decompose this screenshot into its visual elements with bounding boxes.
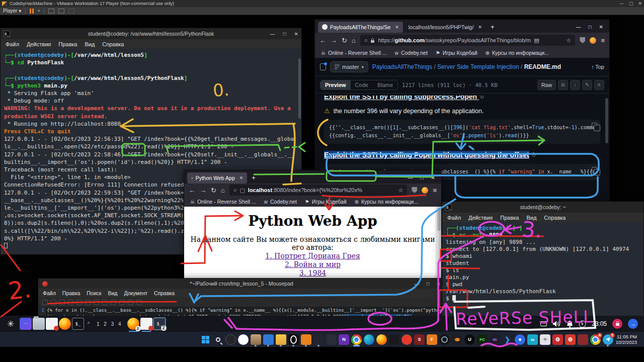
save-as-icon[interactable] — [68, 300, 73, 305]
task-firefox[interactable]: 2 — [127, 318, 139, 330]
taskbar-app-onenote[interactable]: N — [339, 334, 349, 345]
undo-icon[interactable] — [85, 300, 91, 305]
minimize-button[interactable]: — — [619, 1, 624, 6]
taskbar-app-camera[interactable] — [439, 334, 450, 345]
close-tab-icon[interactable]: ✕ — [239, 175, 244, 180]
taskbar-app-devops[interactable]: ∞ — [527, 334, 538, 345]
taskbar-app-gear-red-1[interactable]: ⚙ — [552, 334, 563, 345]
menu-item[interactable]: Действия — [468, 215, 493, 221]
new-tab-button[interactable]: + — [491, 23, 495, 31]
close-button[interactable]: ✕ — [638, 1, 642, 6]
taskbar-app-toolbox[interactable] — [578, 334, 588, 345]
home-button[interactable]: ⌂ — [221, 187, 225, 194]
taskbar-app-blender[interactable] — [452, 334, 462, 345]
terminal1-titlebar[interactable]: $_ student@codeby: /var/www/html/lesson5… — [1, 28, 301, 39]
workspace-switcher[interactable]: 1 2 3 4 — [97, 321, 123, 327]
menu-item[interactable]: Вид — [108, 290, 117, 296]
menu-item[interactable]: Файл — [447, 215, 461, 221]
book-link-dorian-gray[interactable]: 1. Портрет Дориана Грея — [184, 252, 441, 260]
terminal2-titlebar[interactable]: $_ student@codeby: ~ — [442, 202, 643, 213]
menu-item[interactable]: Справка — [102, 41, 124, 47]
terminal1-scrollbar[interactable] — [298, 58, 301, 119]
copy-icon[interactable]: ⧉ — [558, 80, 568, 90]
branch-selector[interactable]: master ▾ — [330, 61, 368, 72]
maximize-button[interactable]: □ — [589, 24, 592, 30]
cut-icon[interactable] — [102, 300, 108, 305]
tab-blame[interactable]: Blame — [373, 80, 397, 89]
bookmark-codeby-net[interactable]: wCodeby.net — [264, 199, 297, 205]
windows-clock[interactable]: 11:05 PM 10/2/2023 — [616, 334, 644, 345]
adblock-shield-icon[interactable] — [580, 37, 585, 43]
terminal-launcher-icon[interactable]: $_ — [72, 318, 84, 330]
taskbar-app-visual-studio[interactable] — [490, 334, 500, 345]
menu-item[interactable]: Файл — [43, 290, 56, 296]
copy-code-icon[interactable] — [592, 167, 597, 172]
close-button[interactable]: ✕ — [599, 24, 603, 30]
taskbar-app-telegram[interactable]: 5 — [603, 334, 613, 345]
close-button[interactable]: ✕ — [294, 31, 298, 37]
back-to-top-link[interactable]: ↑ Top — [591, 64, 604, 70]
heading-subprocess-popen[interactable]: Exploit the SSTI by calling subprocess.P… — [324, 96, 600, 101]
taskbar-app-vmware[interactable] — [301, 334, 311, 345]
reload-button[interactable]: ↻ — [342, 37, 347, 44]
close-tab-icon[interactable]: ✕ — [478, 25, 482, 30]
search-replace-icon[interactable] — [136, 300, 142, 305]
menu-item[interactable]: Правка — [58, 41, 77, 47]
taskbar-app-gauge[interactable] — [225, 334, 236, 345]
tab-preview[interactable]: Preview — [320, 80, 351, 89]
taskbar-app-strawberry[interactable] — [401, 334, 412, 345]
home-button[interactable]: ⌂ — [352, 37, 356, 44]
launcher-expand-icon[interactable]: ^ — [85, 318, 92, 330]
taskbar-app-chrome-profile[interactable]: A — [590, 334, 601, 345]
bookmark-star-icon[interactable]: ☆ — [398, 187, 404, 194]
search-icon[interactable] — [213, 334, 223, 345]
taskbar-app-3d-viewer[interactable] — [313, 334, 324, 345]
window-list-icon[interactable] — [540, 321, 547, 326]
bookmark-star-icon[interactable]: ☆ — [567, 37, 572, 44]
heading-popen-offset[interactable]: Exploit the SSTI by calling Popen withou… — [324, 151, 600, 159]
download-icon[interactable]: ↓ — [570, 80, 580, 90]
forward-button[interactable]: → — [331, 37, 337, 44]
taskbar-app-slack[interactable] — [238, 334, 249, 345]
suspend-dropdown[interactable]: ▾ — [38, 9, 40, 13]
player-menu[interactable]: Player ▾ — [3, 8, 21, 14]
file-icon[interactable] — [320, 63, 326, 70]
pythonapp-scrollbar[interactable] — [436, 207, 441, 290]
taskbar-app-gear-red-2[interactable]: ⚙ — [565, 334, 576, 345]
raw-button[interactable]: Raw — [537, 80, 556, 90]
save-icon[interactable] — [59, 300, 65, 305]
reader-mode-icon[interactable]: ▤ — [534, 37, 539, 44]
notification-bell-icon[interactable] — [567, 320, 573, 328]
menu-button[interactable]: ≡ — [433, 187, 437, 194]
minimize-button[interactable]: — — [270, 31, 275, 37]
menu-item[interactable]: Справка — [154, 290, 175, 296]
menu-button[interactable]: ≡ — [601, 37, 605, 44]
back-button[interactable]: ← — [189, 187, 195, 194]
vmware-titlebar[interactable]: CodebyHackMachine - VMware Workstation 1… — [0, 0, 644, 7]
search-icon[interactable] — [128, 300, 133, 305]
tracking-protection-icon[interactable]: ○ — [233, 187, 237, 193]
menu-item[interactable]: Правка — [62, 290, 80, 296]
url-bar[interactable]: ○ https://github.com/swisskyrepo/Payload… — [360, 35, 576, 46]
mousepad-launcher-icon[interactable] — [46, 318, 58, 330]
lock-screen-icon[interactable] — [612, 319, 622, 329]
taskbar-app-datagrip[interactable] — [389, 334, 399, 345]
taskbar-app-flstudio[interactable]: F — [427, 334, 437, 345]
code-block-subprocess[interactable]: {{''.__class__.mro()[1].__subclasses__()… — [324, 120, 600, 144]
redo-icon[interactable] — [94, 300, 99, 305]
bookmark-online-reverse-shell[interactable]: ☠Online - Reverse Shell ... — [190, 199, 256, 205]
maximize-button[interactable]: □ — [427, 281, 430, 287]
vm-clock[interactable]: 23:05 — [592, 320, 607, 327]
new-file-icon[interactable] — [42, 300, 48, 305]
maximize-button[interactable]: □ — [421, 175, 424, 180]
menu-item[interactable]: Действия — [27, 41, 51, 47]
codeby-logo-icon[interactable]: ✳ — [3, 318, 19, 330]
taskbar-app-vscode[interactable] — [502, 334, 513, 345]
volume-icon[interactable] — [552, 320, 561, 327]
show-desktop-icon[interactable] — [20, 318, 32, 330]
power-manager-icon[interactable] — [579, 320, 586, 328]
extension-icon[interactable] — [422, 187, 428, 194]
reload-icon[interactable] — [76, 300, 82, 305]
copy-icon[interactable] — [111, 300, 116, 305]
forward-button[interactable]: → — [200, 187, 206, 194]
